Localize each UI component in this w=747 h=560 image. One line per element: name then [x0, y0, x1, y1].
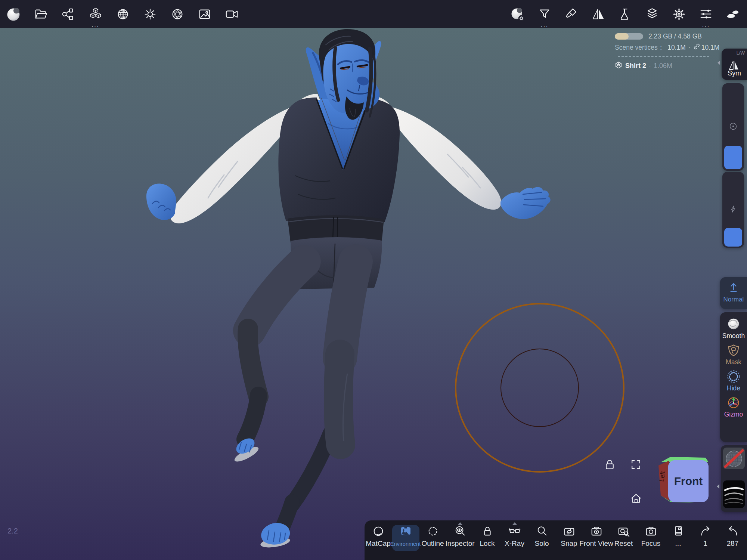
- selected-object-row[interactable]: Shirt 2 · 1.06M: [615, 61, 712, 71]
- settings-gear-icon[interactable]: [666, 0, 692, 28]
- reference-book-icon: [672, 525, 685, 538]
- folder-files-icon[interactable]: [27, 0, 55, 28]
- bottom-tool-snap[interactable]: Snap: [555, 525, 583, 560]
- mesh-hexagon-icon: [615, 61, 622, 71]
- more-dots: ···: [531, 24, 558, 28]
- bottom-tool-environment[interactable]: Environment: [392, 525, 419, 560]
- bottom-tool-solo[interactable]: Solo: [528, 525, 555, 560]
- collapse-caret-icon[interactable]: [717, 484, 719, 489]
- brush-intensity-lightning-icon: [728, 204, 738, 216]
- brush-intensity-handle[interactable]: [724, 228, 742, 247]
- topology-mesh-sphere-icon[interactable]: [109, 0, 136, 28]
- more-dots: ···: [692, 24, 719, 28]
- dot-separator: ·: [688, 44, 691, 52]
- collapse-caret-icon[interactable]: [717, 61, 720, 65]
- camera-reset-magnifier-icon: [617, 525, 630, 538]
- top-toolbar: ···: [0, 0, 747, 28]
- bottom-tool-undo[interactable]: 287: [719, 525, 746, 560]
- magnifier-icon: [536, 525, 548, 538]
- memory-row: 2.23 GB / 4.58 GB: [615, 32, 712, 40]
- bottom-tool-label: Lock: [480, 539, 495, 548]
- bottom-tool-label: Environment: [390, 541, 421, 547]
- camera-aperture-icon[interactable]: [164, 0, 191, 28]
- caret-up-icon: [512, 522, 517, 525]
- stats-separator: [618, 56, 709, 57]
- camera-snap-arrows-icon: [563, 525, 576, 538]
- bottom-tool-inspector[interactable]: Inspector: [446, 525, 474, 560]
- bottom-tool-focus[interactable]: Focus: [637, 525, 664, 560]
- home-icon[interactable]: [630, 492, 642, 506]
- fullscreen-icon[interactable]: [630, 459, 642, 472]
- nomad-logo-sphere-icon[interactable]: [0, 0, 27, 28]
- dyntopo-off-thumbnail[interactable]: [723, 448, 745, 469]
- scene-stats: 2.23 GB / 4.58 GB Scene vertices： 10.1M …: [615, 32, 712, 71]
- more-dots: ···: [82, 24, 109, 28]
- bottom-tool-label: Snap: [561, 539, 577, 548]
- brush-radius-handle[interactable]: [724, 146, 742, 169]
- scene-vertices-label: Scene vertices：: [615, 43, 664, 52]
- memory-bar: [615, 33, 643, 40]
- xray-glasses-icon: [508, 525, 521, 538]
- bottom-tool-front-view[interactable]: Front View: [583, 525, 610, 560]
- scene-graph-nodes-icon[interactable]: [55, 0, 82, 28]
- tool-smooth-label: Smooth: [720, 332, 747, 340]
- bottom-tool-xray[interactable]: X-Ray: [501, 525, 528, 560]
- object-name: Shirt 2: [625, 62, 646, 70]
- symmetry-triangles-icon[interactable]: [585, 0, 612, 28]
- tool-mask-label: Mask: [720, 358, 747, 366]
- symmetry-button[interactable]: L/W Sym: [722, 49, 747, 80]
- undo-arrow-icon: [726, 525, 739, 538]
- camera-lock-icon[interactable]: [604, 459, 616, 472]
- scene-vertices-value: 10.1M: [667, 44, 686, 52]
- memory-bar-fill: [615, 33, 629, 40]
- sym-label: Sym: [722, 69, 747, 77]
- link-icon: [693, 43, 700, 52]
- tool-hide-label: Hide: [720, 384, 747, 392]
- paint-brush-icon[interactable]: [558, 0, 585, 28]
- material-matcap-sphere-icon[interactable]: [504, 0, 531, 28]
- environment-cylinder-icon: [399, 525, 412, 538]
- bottom-tool-label: MatCap: [366, 539, 391, 548]
- tool-smooth[interactable]: Smooth: [720, 315, 747, 340]
- bottom-tool-redo[interactable]: 1: [692, 525, 719, 560]
- padlock-icon: [481, 525, 494, 538]
- brush-radius-dot-icon: [728, 121, 738, 133]
- layers-stack-icon[interactable]: [639, 0, 666, 28]
- filter-funnel-icon[interactable]: ···: [531, 0, 558, 28]
- bottom-tool-matcap[interactable]: MatCap: [365, 525, 392, 560]
- bottom-toolbar: MatCap Environment Outline: [365, 520, 747, 560]
- tool-mask[interactable]: Mask: [720, 342, 747, 366]
- matcap-sphere-icon: [372, 525, 385, 538]
- brush-falloff-ring-inner: [500, 349, 579, 427]
- redo-count-label: 1: [703, 539, 707, 548]
- primitive-cubes-icon[interactable]: ···: [82, 0, 109, 28]
- top-toolbar-right: ···: [504, 0, 746, 28]
- stroke-sliders-icon[interactable]: ···: [692, 0, 719, 28]
- undo-count-label: 287: [727, 539, 739, 548]
- vertices-row: Scene vertices： 10.1M · 10.1M: [615, 43, 712, 52]
- app-version: 2.2: [7, 527, 18, 535]
- bottom-tool-lock[interactable]: Lock: [474, 525, 501, 560]
- memory-text: 2.23 GB / 4.58 GB: [648, 33, 702, 40]
- lighting-sun-icon[interactable]: [136, 0, 164, 28]
- stroke-alpha-thumbnail[interactable]: [723, 480, 745, 508]
- dot-separator: ·: [649, 62, 651, 70]
- tool-hide[interactable]: Hide: [720, 368, 747, 392]
- bottom-tool-label: Inspector: [445, 539, 474, 548]
- bottom-tool-label: Reset: [614, 539, 633, 548]
- experimental-flask-icon[interactable]: [612, 0, 639, 28]
- bottom-tool-reference-book[interactable]: ...: [664, 525, 692, 560]
- arrow-up-normal-icon: [727, 281, 740, 295]
- sculpt-viewport[interactable]: [0, 28, 747, 560]
- image-export-icon[interactable]: [191, 0, 218, 28]
- bottom-tool-outline[interactable]: Outline: [419, 525, 446, 560]
- video-record-icon[interactable]: [218, 0, 245, 28]
- view-cube[interactable]: Left Front: [655, 455, 712, 506]
- clay-blobs-icon[interactable]: [719, 0, 746, 28]
- camera-front-icon: [590, 525, 603, 538]
- bottom-tool-reset[interactable]: Reset: [610, 525, 637, 560]
- tool-gizmo[interactable]: Gizmo: [720, 395, 747, 418]
- camera-focus-icon: [645, 525, 657, 538]
- stroke-mode-button[interactable]: Normal: [720, 277, 747, 309]
- redo-arrow-icon: [699, 525, 712, 538]
